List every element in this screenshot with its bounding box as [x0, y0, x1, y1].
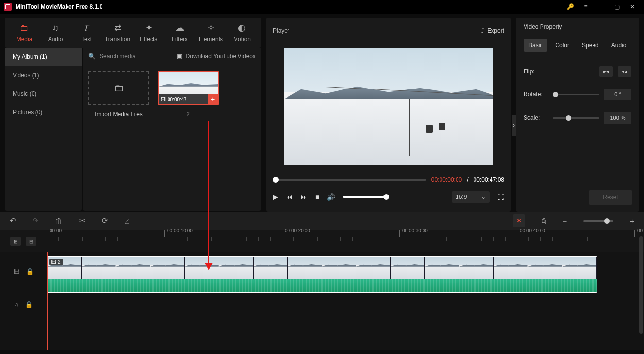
- play-button[interactable]: ▶: [273, 193, 278, 201]
- clip-name: 2: [186, 111, 190, 118]
- tab-media[interactable]: 🗀Media: [9, 19, 40, 47]
- scale-label: Scale:: [524, 114, 548, 121]
- main-tabbar: 🗀Media ♫Audio 𝑇Text ⇄Transition ✦Effects…: [5, 18, 261, 48]
- tab-motion[interactable]: ◐Motion: [226, 18, 257, 47]
- scale-slider[interactable]: [553, 117, 599, 119]
- audio-track-icon: ♫: [14, 301, 18, 308]
- prev-frame-button[interactable]: ⏮: [286, 193, 293, 201]
- import-media-button[interactable]: 🗀: [88, 71, 149, 105]
- prop-tab-basic[interactable]: Basic: [524, 39, 547, 52]
- minimize-button[interactable]: —: [593, 0, 609, 14]
- export-icon: ⤴: [481, 27, 484, 34]
- export-button[interactable]: ⤴Export: [481, 27, 504, 34]
- album-pictures[interactable]: Pictures (0): [5, 103, 82, 122]
- split-button[interactable]: ✂: [79, 216, 85, 225]
- titlebar: MiniTool MovieMaker Free 8.1.0 🔑 ≡ — ▢ ✕: [0, 0, 644, 14]
- aspect-ratio-select[interactable]: 16:9⌄: [452, 191, 490, 203]
- volume-icon[interactable]: 🔊: [327, 193, 335, 201]
- scale-value[interactable]: 100 %: [604, 112, 631, 124]
- reset-button[interactable]: Reset: [589, 190, 632, 205]
- zoom-out-button[interactable]: −: [562, 217, 567, 225]
- fullscreen-button[interactable]: ⛶: [497, 193, 504, 201]
- rotate-label: Rotate:: [524, 91, 548, 98]
- folder-icon: 🗀: [114, 82, 124, 94]
- transition-icon: ⇄: [114, 22, 121, 33]
- prop-tab-audio[interactable]: Audio: [607, 39, 631, 52]
- time-total: 00:00:47:08: [474, 177, 504, 183]
- tab-transition[interactable]: ⇄Transition: [102, 18, 133, 47]
- app-title: MiniTool MovieMaker Free 8.1.0: [16, 3, 562, 10]
- media-clip-thumbnail[interactable]: 🎞00:00:47 +: [158, 71, 219, 105]
- timeline-clip[interactable]: 🎞2: [47, 256, 597, 293]
- album-myalbum[interactable]: My Album (1): [5, 48, 82, 66]
- remove-track-button[interactable]: ⊟: [26, 237, 36, 246]
- delete-button[interactable]: 🗑: [55, 217, 63, 225]
- rotate-slider[interactable]: [553, 94, 599, 95]
- filters-icon: ☁: [175, 22, 184, 33]
- lock-icon[interactable]: 🔓: [26, 268, 34, 275]
- elements-icon: ✧: [207, 22, 215, 33]
- time-current: 00:00:00:00: [431, 177, 462, 183]
- add-track-button[interactable]: ⊞: [10, 237, 21, 246]
- seek-slider[interactable]: [273, 179, 426, 181]
- clip-duration: 00:00:47: [168, 97, 186, 102]
- zoom-in-button[interactable]: +: [630, 217, 634, 225]
- film-icon: 🎞: [161, 97, 166, 102]
- prop-tab-color[interactable]: Color: [550, 39, 574, 52]
- key-icon[interactable]: 🔑: [562, 0, 578, 14]
- tab-text[interactable]: 𝑇Text: [71, 19, 102, 47]
- menu-icon[interactable]: ≡: [578, 0, 593, 14]
- redo-button[interactable]: ↷: [33, 216, 39, 225]
- annotation-arrow: [208, 121, 209, 269]
- timeline-ruler[interactable]: ⊞ ⊟ 00:0000:00:10:0000:00:20:0000:00:30:…: [0, 230, 644, 252]
- timeline: ↶ ↷ 🗑 ✂ ⟳ ⟀ ✶ ⎙ − + ⊞ ⊟ 00:0000:00:10:00…: [0, 212, 644, 350]
- video-track-icon: 🎞: [14, 268, 19, 275]
- vertical-scrollbar[interactable]: [639, 236, 643, 334]
- playhead[interactable]: [47, 252, 48, 350]
- maximize-button[interactable]: ▢: [609, 0, 625, 14]
- player-title: Player: [273, 27, 481, 34]
- search-input[interactable]: Search media: [100, 53, 173, 60]
- flip-vertical-button[interactable]: ▾▴: [618, 66, 631, 77]
- app-logo-icon: [4, 3, 12, 11]
- tab-audio[interactable]: ♫Audio: [40, 19, 71, 47]
- stop-button[interactable]: ■: [315, 193, 319, 201]
- search-icon: 🔍: [88, 53, 96, 60]
- flip-label: Flip:: [524, 68, 548, 75]
- crop-button[interactable]: ⟀: [125, 217, 129, 225]
- film-icon: 🎞: [51, 259, 56, 265]
- close-button[interactable]: ✕: [625, 0, 640, 14]
- album-music[interactable]: Music (0): [5, 85, 82, 103]
- speed-button[interactable]: ⟳: [102, 216, 108, 225]
- expand-panel-button[interactable]: ›: [512, 115, 516, 136]
- text-icon: 𝑇: [84, 23, 89, 33]
- time-sep: /: [467, 177, 468, 183]
- effects-icon: ✦: [145, 22, 153, 33]
- import-label: Import Media Files: [95, 111, 143, 118]
- marker-button[interactable]: ✶: [513, 214, 525, 227]
- add-clip-button[interactable]: +: [208, 94, 218, 104]
- video-property-panel: › Video Property Basic Color Speed Audio…: [516, 18, 639, 212]
- volume-slider[interactable]: [343, 196, 389, 198]
- rotate-value[interactable]: 0 °: [604, 88, 631, 100]
- album-videos[interactable]: Videos (1): [5, 66, 82, 85]
- prop-tab-speed[interactable]: Speed: [577, 39, 604, 52]
- snap-button[interactable]: ⎙: [542, 217, 546, 225]
- flip-horizontal-button[interactable]: ▸◂: [599, 66, 613, 77]
- props-title: Video Property: [524, 23, 631, 30]
- music-icon: ♫: [52, 23, 59, 33]
- lock-icon[interactable]: 🔓: [25, 301, 33, 308]
- tab-filters[interactable]: ☁Filters: [164, 18, 195, 47]
- tab-elements[interactable]: ✧Elements: [195, 18, 226, 47]
- album-sidebar: My Album (1) Videos (1) Music (0) Pictur…: [5, 48, 82, 211]
- next-frame-button[interactable]: ⏭: [301, 193, 307, 201]
- clip-badge: 2: [58, 259, 61, 265]
- video-preview[interactable]: [284, 48, 493, 165]
- youtube-icon: ▣: [177, 53, 182, 60]
- chevron-down-icon: ⌄: [481, 194, 486, 200]
- download-youtube-link[interactable]: Download YouTube Videos: [186, 53, 255, 60]
- player-panel: Player ⤴Export 00:00:00:00 / 00:00:47:08…: [266, 18, 511, 212]
- tab-effects[interactable]: ✦Effects: [133, 18, 164, 47]
- undo-button[interactable]: ↶: [10, 216, 16, 225]
- zoom-slider[interactable]: [583, 220, 613, 222]
